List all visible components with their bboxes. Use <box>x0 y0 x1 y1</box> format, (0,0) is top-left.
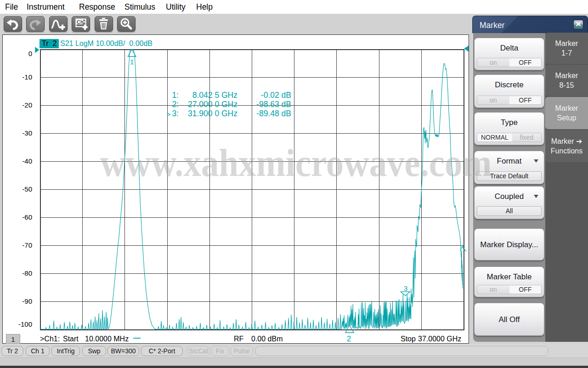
svg-text:1: 1 <box>130 58 134 66</box>
svg-text:3: 3 <box>404 284 407 292</box>
svg-text:Ch: Ch <box>77 19 84 25</box>
